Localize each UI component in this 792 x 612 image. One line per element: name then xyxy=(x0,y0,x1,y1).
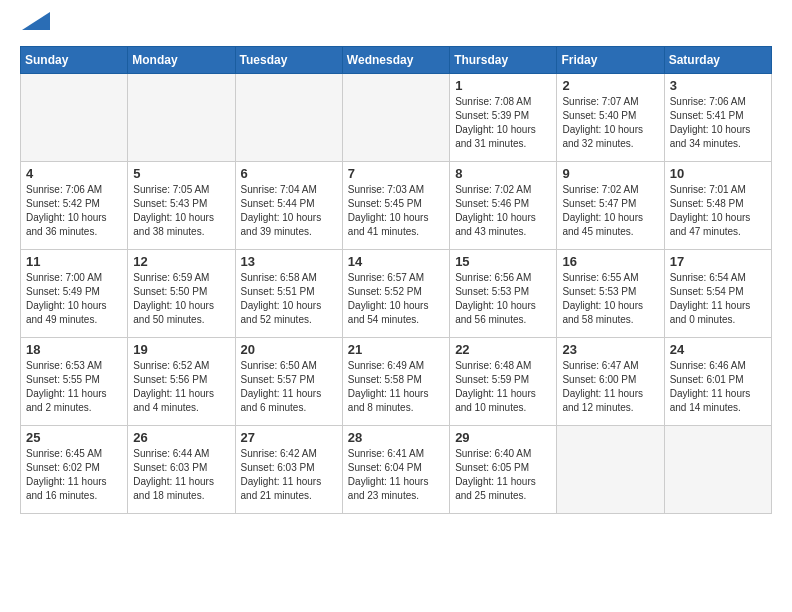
calendar-table: SundayMondayTuesdayWednesdayThursdayFrid… xyxy=(20,46,772,514)
day-info: Sunrise: 6:45 AM Sunset: 6:02 PM Dayligh… xyxy=(26,447,122,503)
day-number: 6 xyxy=(241,166,337,181)
day-number: 5 xyxy=(133,166,229,181)
calendar-cell xyxy=(235,74,342,162)
day-info: Sunrise: 6:48 AM Sunset: 5:59 PM Dayligh… xyxy=(455,359,551,415)
weekday-header-row: SundayMondayTuesdayWednesdayThursdayFrid… xyxy=(21,47,772,74)
weekday-header-friday: Friday xyxy=(557,47,664,74)
day-info: Sunrise: 7:06 AM Sunset: 5:42 PM Dayligh… xyxy=(26,183,122,239)
day-number: 8 xyxy=(455,166,551,181)
day-number: 7 xyxy=(348,166,444,181)
calendar-cell xyxy=(664,426,771,514)
calendar-cell: 17Sunrise: 6:54 AM Sunset: 5:54 PM Dayli… xyxy=(664,250,771,338)
calendar-cell xyxy=(21,74,128,162)
calendar-cell: 24Sunrise: 6:46 AM Sunset: 6:01 PM Dayli… xyxy=(664,338,771,426)
calendar-cell: 6Sunrise: 7:04 AM Sunset: 5:44 PM Daylig… xyxy=(235,162,342,250)
day-number: 16 xyxy=(562,254,658,269)
day-number: 29 xyxy=(455,430,551,445)
day-number: 10 xyxy=(670,166,766,181)
calendar-cell: 4Sunrise: 7:06 AM Sunset: 5:42 PM Daylig… xyxy=(21,162,128,250)
calendar-cell: 23Sunrise: 6:47 AM Sunset: 6:00 PM Dayli… xyxy=(557,338,664,426)
day-number: 17 xyxy=(670,254,766,269)
day-number: 13 xyxy=(241,254,337,269)
calendar-cell: 19Sunrise: 6:52 AM Sunset: 5:56 PM Dayli… xyxy=(128,338,235,426)
weekday-header-tuesday: Tuesday xyxy=(235,47,342,74)
calendar-cell: 1Sunrise: 7:08 AM Sunset: 5:39 PM Daylig… xyxy=(450,74,557,162)
day-number: 25 xyxy=(26,430,122,445)
weekday-header-monday: Monday xyxy=(128,47,235,74)
day-info: Sunrise: 6:59 AM Sunset: 5:50 PM Dayligh… xyxy=(133,271,229,327)
day-info: Sunrise: 6:55 AM Sunset: 5:53 PM Dayligh… xyxy=(562,271,658,327)
day-number: 3 xyxy=(670,78,766,93)
weekday-header-sunday: Sunday xyxy=(21,47,128,74)
day-info: Sunrise: 7:02 AM Sunset: 5:46 PM Dayligh… xyxy=(455,183,551,239)
day-info: Sunrise: 6:47 AM Sunset: 6:00 PM Dayligh… xyxy=(562,359,658,415)
day-number: 19 xyxy=(133,342,229,357)
day-number: 18 xyxy=(26,342,122,357)
calendar-cell: 28Sunrise: 6:41 AM Sunset: 6:04 PM Dayli… xyxy=(342,426,449,514)
svg-marker-0 xyxy=(22,12,50,30)
day-number: 24 xyxy=(670,342,766,357)
weekday-header-saturday: Saturday xyxy=(664,47,771,74)
day-number: 11 xyxy=(26,254,122,269)
calendar-cell: 16Sunrise: 6:55 AM Sunset: 5:53 PM Dayli… xyxy=(557,250,664,338)
weekday-header-wednesday: Wednesday xyxy=(342,47,449,74)
calendar-cell: 20Sunrise: 6:50 AM Sunset: 5:57 PM Dayli… xyxy=(235,338,342,426)
day-number: 27 xyxy=(241,430,337,445)
calendar-cell: 21Sunrise: 6:49 AM Sunset: 5:58 PM Dayli… xyxy=(342,338,449,426)
calendar-cell xyxy=(557,426,664,514)
calendar-cell: 27Sunrise: 6:42 AM Sunset: 6:03 PM Dayli… xyxy=(235,426,342,514)
calendar-cell: 10Sunrise: 7:01 AM Sunset: 5:48 PM Dayli… xyxy=(664,162,771,250)
calendar-cell: 5Sunrise: 7:05 AM Sunset: 5:43 PM Daylig… xyxy=(128,162,235,250)
day-info: Sunrise: 6:50 AM Sunset: 5:57 PM Dayligh… xyxy=(241,359,337,415)
day-number: 26 xyxy=(133,430,229,445)
week-row-4: 18Sunrise: 6:53 AM Sunset: 5:55 PM Dayli… xyxy=(21,338,772,426)
week-row-1: 1Sunrise: 7:08 AM Sunset: 5:39 PM Daylig… xyxy=(21,74,772,162)
day-info: Sunrise: 6:53 AM Sunset: 5:55 PM Dayligh… xyxy=(26,359,122,415)
day-info: Sunrise: 7:02 AM Sunset: 5:47 PM Dayligh… xyxy=(562,183,658,239)
day-info: Sunrise: 7:07 AM Sunset: 5:40 PM Dayligh… xyxy=(562,95,658,151)
week-row-3: 11Sunrise: 7:00 AM Sunset: 5:49 PM Dayli… xyxy=(21,250,772,338)
calendar-cell: 8Sunrise: 7:02 AM Sunset: 5:46 PM Daylig… xyxy=(450,162,557,250)
calendar-cell: 2Sunrise: 7:07 AM Sunset: 5:40 PM Daylig… xyxy=(557,74,664,162)
calendar-cell: 9Sunrise: 7:02 AM Sunset: 5:47 PM Daylig… xyxy=(557,162,664,250)
day-info: Sunrise: 7:06 AM Sunset: 5:41 PM Dayligh… xyxy=(670,95,766,151)
day-number: 14 xyxy=(348,254,444,269)
day-info: Sunrise: 7:08 AM Sunset: 5:39 PM Dayligh… xyxy=(455,95,551,151)
day-number: 4 xyxy=(26,166,122,181)
header xyxy=(20,20,772,30)
calendar-cell: 12Sunrise: 6:59 AM Sunset: 5:50 PM Dayli… xyxy=(128,250,235,338)
day-info: Sunrise: 6:56 AM Sunset: 5:53 PM Dayligh… xyxy=(455,271,551,327)
day-info: Sunrise: 7:00 AM Sunset: 5:49 PM Dayligh… xyxy=(26,271,122,327)
calendar-cell: 18Sunrise: 6:53 AM Sunset: 5:55 PM Dayli… xyxy=(21,338,128,426)
day-number: 22 xyxy=(455,342,551,357)
day-info: Sunrise: 6:42 AM Sunset: 6:03 PM Dayligh… xyxy=(241,447,337,503)
weekday-header-thursday: Thursday xyxy=(450,47,557,74)
week-row-2: 4Sunrise: 7:06 AM Sunset: 5:42 PM Daylig… xyxy=(21,162,772,250)
day-info: Sunrise: 7:03 AM Sunset: 5:45 PM Dayligh… xyxy=(348,183,444,239)
day-info: Sunrise: 6:44 AM Sunset: 6:03 PM Dayligh… xyxy=(133,447,229,503)
day-info: Sunrise: 7:01 AM Sunset: 5:48 PM Dayligh… xyxy=(670,183,766,239)
calendar-cell: 22Sunrise: 6:48 AM Sunset: 5:59 PM Dayli… xyxy=(450,338,557,426)
week-row-5: 25Sunrise: 6:45 AM Sunset: 6:02 PM Dayli… xyxy=(21,426,772,514)
day-number: 21 xyxy=(348,342,444,357)
day-info: Sunrise: 6:54 AM Sunset: 5:54 PM Dayligh… xyxy=(670,271,766,327)
calendar-cell xyxy=(342,74,449,162)
day-number: 12 xyxy=(133,254,229,269)
day-info: Sunrise: 6:57 AM Sunset: 5:52 PM Dayligh… xyxy=(348,271,444,327)
calendar-cell: 15Sunrise: 6:56 AM Sunset: 5:53 PM Dayli… xyxy=(450,250,557,338)
day-info: Sunrise: 7:04 AM Sunset: 5:44 PM Dayligh… xyxy=(241,183,337,239)
logo xyxy=(20,20,50,30)
day-number: 20 xyxy=(241,342,337,357)
day-info: Sunrise: 6:40 AM Sunset: 6:05 PM Dayligh… xyxy=(455,447,551,503)
calendar-cell: 3Sunrise: 7:06 AM Sunset: 5:41 PM Daylig… xyxy=(664,74,771,162)
day-number: 2 xyxy=(562,78,658,93)
day-info: Sunrise: 6:52 AM Sunset: 5:56 PM Dayligh… xyxy=(133,359,229,415)
logo-arrow-icon xyxy=(22,12,50,30)
day-info: Sunrise: 6:41 AM Sunset: 6:04 PM Dayligh… xyxy=(348,447,444,503)
calendar-cell: 29Sunrise: 6:40 AM Sunset: 6:05 PM Dayli… xyxy=(450,426,557,514)
day-number: 9 xyxy=(562,166,658,181)
day-info: Sunrise: 7:05 AM Sunset: 5:43 PM Dayligh… xyxy=(133,183,229,239)
day-info: Sunrise: 6:58 AM Sunset: 5:51 PM Dayligh… xyxy=(241,271,337,327)
calendar-cell: 11Sunrise: 7:00 AM Sunset: 5:49 PM Dayli… xyxy=(21,250,128,338)
day-info: Sunrise: 6:49 AM Sunset: 5:58 PM Dayligh… xyxy=(348,359,444,415)
